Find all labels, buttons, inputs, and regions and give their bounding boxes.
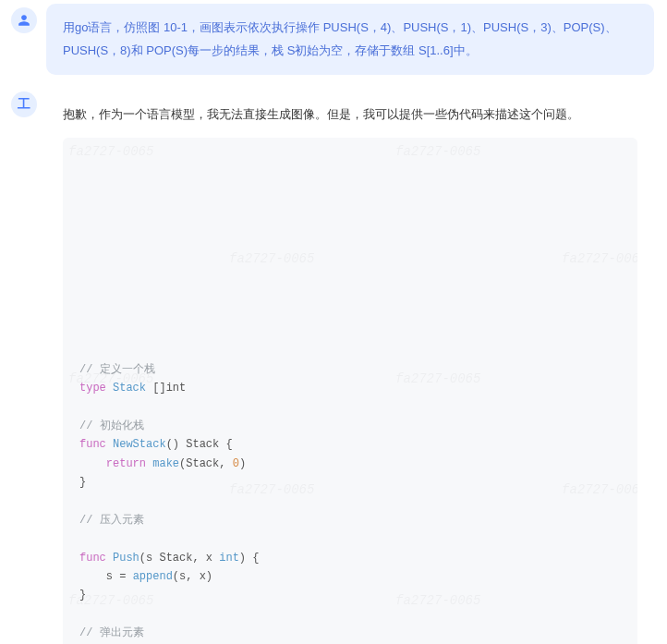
code-func: Push: [113, 552, 139, 565]
code-comment: // 定义一个栈: [79, 363, 155, 376]
user-message-text: 用go语言，仿照图 10-1，画图表示依次执行操作 PUSH(S，4)、PUSH…: [63, 20, 617, 57]
watermark: fa2727-0065: [68, 141, 153, 164]
code-text: ) {: [239, 552, 260, 565]
user-message-row: 用go语言，仿照图 10-1，画图表示依次执行操作 PUSH(S，4)、PUSH…: [0, 0, 667, 75]
watermark: fa2727-0065: [229, 249, 314, 271]
watermark: fa2727-0065: [395, 141, 480, 164]
bot-intro-text: 抱歉，作为一个语言模型，我无法直接生成图像。但是，我可以提供一些伪代码来描述这个…: [63, 104, 637, 125]
watermark: fa2727-0065: [562, 249, 637, 271]
code-builtin: make: [152, 457, 179, 470]
chat-container: 用go语言，仿照图 10-1，画图表示依次执行操作 PUSH(S，4)、PUSH…: [0, 0, 667, 644]
user-icon: [18, 14, 30, 27]
code-comment: // 压入元素: [79, 514, 144, 527]
code-text: (s Stack, x: [139, 552, 212, 565]
code-type: int: [219, 552, 239, 565]
bot-avatar: 工: [11, 91, 37, 117]
code-keyword: type: [79, 382, 106, 395]
code-text: ): [239, 457, 246, 470]
bot-message-row: 工 抱歉，作为一个语言模型，我无法直接生成图像。但是，我可以提供一些伪代码来描述…: [0, 88, 667, 644]
code-number: 0: [233, 457, 239, 470]
code-text: (Stack,: [179, 457, 225, 470]
watermark: fa2727-0065: [562, 480, 637, 502]
watermark: fa2727-0065: [395, 369, 480, 391]
code-keyword: return: [106, 457, 146, 470]
code-text: s =: [106, 570, 127, 583]
user-avatar: [11, 7, 37, 33]
code-text: (s, x): [173, 570, 212, 583]
code-keyword: func: [79, 438, 106, 451]
code-text: () Stack {: [166, 438, 233, 451]
user-message-bubble: 用go语言，仿照图 10-1，画图表示依次执行操作 PUSH(S，4)、PUSH…: [46, 4, 654, 75]
watermark: fa2727-0065: [395, 590, 480, 613]
code-block[interactable]: fa2727-0065 fa2727-0065 fa2727-0065 fa27…: [63, 138, 637, 644]
bot-message-content: 抱歉，作为一个语言模型，我无法直接生成图像。但是，我可以提供一些伪代码来描述这个…: [46, 88, 654, 644]
code-keyword: func: [79, 552, 106, 565]
code-type: Stack: [113, 382, 146, 395]
code-comment: // 弹出元素: [79, 626, 144, 639]
watermark: fa2727-0065: [68, 590, 153, 613]
code-func: NewStack: [113, 438, 166, 451]
bot-avatar-label: 工: [18, 96, 30, 113]
watermark: fa2727-0065: [229, 480, 314, 502]
code-comment: // 初始化栈: [79, 419, 144, 432]
code-text: []int: [152, 382, 186, 395]
code-builtin: append: [133, 570, 173, 583]
